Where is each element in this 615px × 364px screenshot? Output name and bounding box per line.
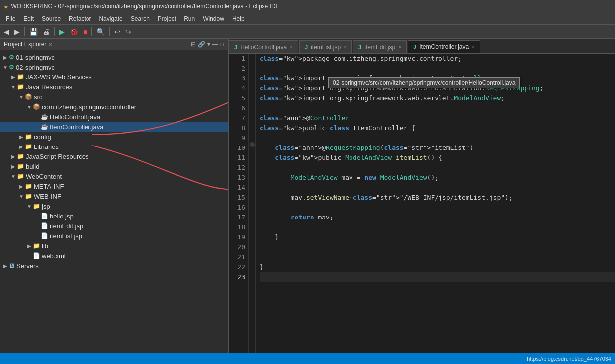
tree-arrow[interactable]: ▼ — [10, 84, 17, 90]
menu-refactor[interactable]: Refactor — [65, 14, 95, 23]
minimize-btn[interactable]: — — [212, 41, 218, 48]
toolbar-forward-btn[interactable]: ▶ — [12, 27, 22, 37]
tree-arrow[interactable]: ▶ — [18, 184, 25, 189]
tree-icon-project: ⚙ — [9, 54, 14, 61]
line-num-11: 11 — [229, 153, 245, 163]
tree-item-web.xml[interactable]: 📄web.xml — [0, 251, 228, 261]
tree-arrow[interactable]: ▶ — [10, 74, 17, 80]
menu-source[interactable]: Source — [38, 14, 65, 23]
tree-label: config — [34, 133, 51, 141]
tree-label: HelloControll.java — [50, 113, 100, 121]
toolbar-run-btn[interactable]: ▶ — [57, 27, 67, 37]
menu-navigate[interactable]: Navigate — [95, 14, 126, 23]
tree-arrow[interactable]: ▼ — [26, 204, 33, 209]
menu-search[interactable]: Search — [127, 14, 154, 23]
tree-item-itemEdit.jsp[interactable]: 📄itemEdit.jsp — [0, 221, 228, 231]
tree-arrow[interactable]: ▶ — [10, 154, 17, 159]
menu-edit[interactable]: Edit — [19, 14, 38, 23]
tree-arrow[interactable]: ▶ — [2, 55, 9, 60]
tab-itemedit[interactable]: J itemEdit.jsp × — [353, 40, 407, 53]
code-line-17: return mav; — [260, 213, 615, 222]
line-num-3: 3 — [229, 73, 245, 83]
panel-header-explorer: Project Explorer ✕ ⊟ 🔗 ▾ — □ — [0, 39, 228, 50]
tree-arrow[interactable]: ▶ — [18, 134, 25, 140]
tab-itemcontroller[interactable]: J ItemController.java × — [408, 40, 480, 53]
tree-item-02-springmvc[interactable]: ▼⚙02-springmvc — [0, 62, 228, 72]
code-line-22: } — [260, 262, 615, 272]
tree-item-01-springmvc[interactable]: ▶⚙01-springmvc — [0, 52, 228, 62]
line-num-12: 12 — [229, 163, 245, 173]
tree-arrow[interactable]: ▼ — [18, 194, 25, 199]
tree-item-WEB-INF[interactable]: ▼📁WEB-INF — [0, 191, 228, 201]
menu-file[interactable]: File — [2, 14, 19, 23]
tree-item-lib[interactable]: ▶📁lib — [0, 241, 228, 251]
code-editor[interactable]: 02-springmvc/src/com/itzheng/springmvc/c… — [229, 54, 615, 353]
tree-icon-folder: 📁 — [25, 143, 32, 150]
tree-item-build[interactable]: ▶📁build — [0, 161, 228, 171]
toolbar-debug-btn[interactable]: 🐞 — [68, 27, 80, 37]
file-tooltip: 02-springmvc/src/com/itzheng/springmvc/c… — [328, 77, 520, 88]
toolbar-print-btn[interactable]: 🖨 — [41, 27, 52, 37]
tree-arrow[interactable]: ▶ — [2, 263, 9, 269]
toolbar-undo-btn[interactable]: ↩ — [112, 27, 122, 37]
menu-run[interactable]: Run — [180, 14, 199, 23]
toolbar-redo-btn[interactable]: ↪ — [123, 27, 133, 37]
tab-close-itemlist[interactable]: × — [344, 44, 347, 50]
tree-item-Servers[interactable]: ▶🖥Servers — [0, 261, 228, 271]
toolbar-search-btn[interactable]: 🔍 — [94, 27, 107, 37]
tree-icon-folder: 📁 — [25, 193, 32, 200]
tree-item-jax-ws[interactable]: ▶📁JAX-WS Web Services — [0, 72, 228, 82]
view-menu-btn[interactable]: ▾ — [207, 41, 210, 48]
tree-icon-folder: 📁 — [17, 163, 24, 170]
toolbar-stop-btn[interactable]: ■ — [81, 27, 89, 37]
tree-arrow[interactable]: ▼ — [26, 104, 33, 110]
tree-item-src[interactable]: ▼📦src — [0, 92, 228, 102]
menu-help[interactable]: Help — [228, 14, 249, 23]
line-num-7: 7 — [229, 113, 245, 123]
collapse-btn[interactable]: ⊟ — [191, 41, 196, 48]
tree-item-jsp[interactable]: ▼📁jsp — [0, 201, 228, 211]
menu-project[interactable]: Project — [154, 14, 180, 23]
tree-item-config[interactable]: ▶📁config — [0, 132, 228, 142]
code-line-11: class="kw">public ModelAndView itemList(… — [260, 153, 615, 163]
explorer-close-x[interactable]: ✕ — [48, 41, 53, 48]
code-line-6 — [260, 103, 615, 113]
tree-item-libraries[interactable]: ▶📁Libraries — [0, 142, 228, 151]
tree-arrow[interactable]: ▼ — [2, 65, 9, 70]
tree-item-com.itzheng[interactable]: ▼📦com.itzheng.springmvc.controller — [0, 102, 228, 112]
toolbar-back-btn[interactable]: ◀ — [2, 27, 11, 37]
tree-item-hello.jsp[interactable]: 📄hello.jsp — [0, 211, 228, 221]
breakpoint-marker[interactable] — [250, 142, 255, 147]
tree-icon-server: 🖥 — [9, 262, 15, 269]
line-num-10: 10 — [229, 143, 245, 153]
tree-item-javascript-resources[interactable]: ▶📁JavaScript Resources — [0, 151, 228, 161]
toolbar-save-btn[interactable]: 💾 — [27, 27, 40, 37]
line-num-5: 5 — [229, 93, 245, 103]
tab-label-hellocontroll: HelloControll.java — [240, 44, 287, 51]
link-btn[interactable]: 🔗 — [198, 41, 205, 48]
menu-window[interactable]: Window — [199, 14, 228, 23]
line-num-2: 2 — [229, 64, 245, 73]
tab-hellocontroll[interactable]: J HelloControll.java × — [229, 40, 298, 53]
code-line-1: class="kw">package com.itzheng.springmvc… — [260, 54, 615, 64]
tab-close-hellocontroll[interactable]: × — [290, 44, 293, 50]
tree-arrow[interactable]: ▶ — [26, 243, 33, 249]
tab-itemlist[interactable]: J itemList.jsp × — [299, 40, 352, 53]
tree-item-WebContent[interactable]: ▼📁WebContent — [0, 171, 228, 181]
tree-arrow[interactable]: ▼ — [18, 94, 25, 100]
tree-icon-xml: 📄 — [33, 252, 40, 259]
tree-arrow[interactable]: ▶ — [10, 164, 17, 169]
maximize-btn[interactable]: □ — [220, 41, 224, 48]
tree-item-ItemController[interactable]: ☕ItemController.java — [0, 122, 228, 132]
tab-close-itemcontroller[interactable]: × — [472, 44, 475, 50]
tab-label-itemcontroller: ItemController.java — [419, 43, 469, 50]
tree-arrow[interactable]: ▶ — [18, 144, 25, 149]
tab-close-itemedit[interactable]: × — [398, 44, 401, 50]
tree-arrow[interactable]: ▼ — [10, 174, 17, 179]
code-content[interactable]: class="kw">package com.itzheng.springmvc… — [256, 54, 615, 353]
tree-item-java-resources[interactable]: ▼📁Java Resources — [0, 82, 228, 92]
tree-item-itemList.jsp[interactable]: 📄itemList.jsp — [0, 231, 228, 241]
tree-item-HelloControll[interactable]: ☕HelloControll.java — [0, 112, 228, 122]
tree-item-META-INF[interactable]: ▶📁META-INF — [0, 181, 228, 191]
tree-icon-java: ☕ — [41, 113, 48, 120]
